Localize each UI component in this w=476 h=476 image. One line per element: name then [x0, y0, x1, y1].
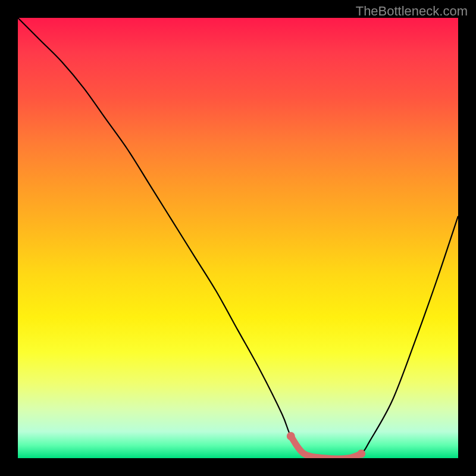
plot-area — [18, 18, 458, 458]
highlight-svg — [18, 18, 458, 458]
highlight-band — [287, 432, 365, 458]
attribution-text: TheBottleneck.com — [356, 4, 468, 19]
highlight-cap-left — [287, 432, 295, 440]
highlight-cap-right — [357, 450, 365, 458]
highlight-segment — [291, 436, 361, 458]
